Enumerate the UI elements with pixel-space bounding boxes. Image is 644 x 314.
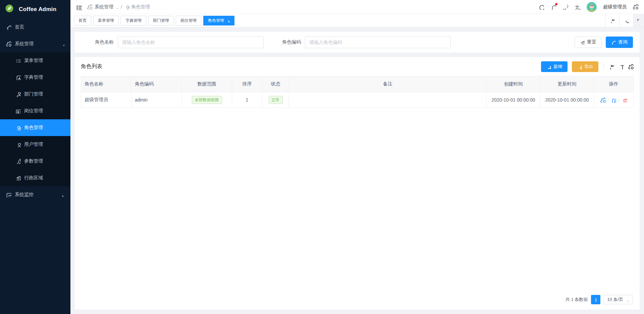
app-window: Coffee Admin 首页 系统管理 菜单管理 字典管理 部门管理 <box>0 0 644 314</box>
sidebar-item-user[interactable]: 用户管理 <box>0 136 70 153</box>
topbar-right: 超级管理员 <box>538 2 639 12</box>
top-bar: 系统管理 / 角色管理 超级管理员 <box>70 0 644 14</box>
list-icon <box>15 58 21 63</box>
sidebar-item-label: 岗位管理 <box>24 108 43 114</box>
trash-icon <box>580 40 585 45</box>
fullscreen-icon[interactable] <box>562 4 568 10</box>
app-logo: Coffee Admin <box>0 0 70 19</box>
export-button[interactable]: 导出 <box>572 61 598 72</box>
add-button[interactable]: 新增 <box>541 61 568 72</box>
sidebar-item-role[interactable]: 角色管理 <box>0 119 70 136</box>
row-permission-gear-icon[interactable] <box>600 98 605 103</box>
pagination-page-1[interactable]: 1 <box>591 295 600 304</box>
tab-label: 字典管理 <box>125 18 142 23</box>
column-settings-gear-icon[interactable] <box>628 64 634 69</box>
refresh-table-icon[interactable] <box>609 64 614 69</box>
role-code-input[interactable] <box>305 36 451 48</box>
search-button[interactable]: 查询 <box>606 37 633 48</box>
sidebar: Coffee Admin 首页 系统管理 菜单管理 字典管理 部门管理 <box>0 0 70 314</box>
add-label: 新增 <box>553 64 562 70</box>
tab-dict[interactable]: 字典管理 <box>121 16 146 25</box>
tab-label: 角色管理 <box>208 18 224 23</box>
tab-role-active[interactable]: 角色管理 <box>203 16 234 25</box>
language-translate-icon[interactable] <box>575 4 580 10</box>
sidebar-item-label: 部门管理 <box>24 91 43 97</box>
tab-options-chevron-icon[interactable] <box>619 14 633 27</box>
tab-menu[interactable]: 菜单管理 <box>93 16 119 25</box>
notification-bell-icon[interactable] <box>550 4 556 10</box>
search-label: 查询 <box>618 39 628 45</box>
col-remark: 备注 <box>289 76 487 92</box>
role-name-input[interactable] <box>118 36 264 48</box>
tab-dept[interactable]: 部门管理 <box>148 16 174 25</box>
cell-remark <box>289 92 487 108</box>
gear-icon <box>6 41 11 47</box>
sidebar-item-param[interactable]: 参数管理 <box>0 153 70 170</box>
role-list-card: 角色列表 新增 导出 <box>75 57 640 310</box>
chevron-up-icon <box>60 42 64 46</box>
dictionary-icon <box>15 75 21 80</box>
filter-card: 角色名称 角色编码 重置 查询 <box>75 32 640 53</box>
current-user-name[interactable]: 超级管理员 <box>603 4 627 10</box>
filter-role-code: 角色编码 <box>282 36 451 48</box>
tab-post[interactable]: 岗位管理 <box>176 16 201 25</box>
row-height-icon[interactable] <box>619 64 624 69</box>
sidebar-item-label: 角色管理 <box>24 125 43 131</box>
maximize-content-icon[interactable] <box>633 14 644 27</box>
tab-home[interactable]: 首页 <box>74 16 91 25</box>
breadcrumb-system[interactable]: 系统管理 <box>95 4 118 10</box>
row-edit-icon[interactable] <box>611 98 616 103</box>
search-icon[interactable] <box>538 4 544 10</box>
col-data-scope: 数据范围 <box>182 76 232 92</box>
breadcrumb-label: 系统管理 <box>95 4 113 10</box>
cell-data-scope: 全部数据权限 <box>182 92 232 108</box>
settings-gear-icon[interactable] <box>633 4 639 10</box>
col-role-name: 角色名称 <box>81 76 131 92</box>
page-size-select[interactable]: 10 条/页 <box>604 295 633 304</box>
chevron-down-icon <box>626 298 630 302</box>
sidebar-item-label: 参数管理 <box>24 158 43 164</box>
avatar[interactable] <box>587 2 597 12</box>
sidebar-item-system[interactable]: 系统管理 <box>0 36 70 52</box>
sidebar-item-label: 字典管理 <box>24 74 43 80</box>
user-icon <box>15 142 21 147</box>
sidebar-item-label: 系统监控 <box>15 192 34 198</box>
sidebar-item-label: 首页 <box>15 24 24 30</box>
cell-updated: 2020-10-01 00:00:00 <box>540 92 594 108</box>
col-created: 创建时间 <box>487 76 540 92</box>
page-size-value: 10 条/页 <box>607 297 623 303</box>
tab-controls <box>605 14 644 27</box>
notification-dot <box>555 3 557 5</box>
toolbar-divider <box>603 64 604 70</box>
breadcrumb: 系统管理 / 角色管理 <box>87 4 150 10</box>
sidebar-submenu-system: 菜单管理 字典管理 部门管理 岗位管理 角色管理 用户管理 <box>0 52 70 186</box>
row-delete-icon[interactable] <box>622 98 627 103</box>
col-role-code: 角色编码 <box>131 76 182 92</box>
role-people-icon <box>124 4 129 9</box>
tab-bar: 首页 菜单管理 字典管理 部门管理 岗位管理 角色管理 <box>70 14 644 27</box>
sidebar-item-monitor[interactable]: 系统监控 <box>0 186 70 203</box>
refresh-tab-icon[interactable] <box>605 14 619 27</box>
plus-icon <box>546 64 551 69</box>
collapse-sidebar-icon[interactable] <box>76 4 82 10</box>
cell-created: 2020-10-01 00:00:00 <box>487 92 540 108</box>
sidebar-item-menu[interactable]: 菜单管理 <box>0 52 70 69</box>
search-icon <box>611 40 616 45</box>
download-icon <box>577 64 582 69</box>
col-actions: 操作 <box>594 76 634 92</box>
main-area: 系统管理 / 角色管理 超级管理员 <box>70 0 644 314</box>
sidebar-item-post[interactable]: 岗位管理 <box>0 103 70 119</box>
sidebar-item-label: 行政区域 <box>24 175 43 181</box>
tab-close-icon[interactable] <box>226 19 230 22</box>
sidebar-item-dept[interactable]: 部门管理 <box>0 86 70 103</box>
page-title: 角色列表 <box>81 63 102 70</box>
wrench-icon <box>15 159 21 164</box>
app-title: Coffee Admin <box>19 6 56 13</box>
reset-button[interactable]: 重置 <box>575 37 602 48</box>
chevron-down-icon <box>60 193 64 197</box>
reset-label: 重置 <box>587 39 596 45</box>
sidebar-item-home[interactable]: 首页 <box>0 19 70 36</box>
sidebar-item-region[interactable]: 行政区域 <box>0 170 70 186</box>
cell-role-name: 超级管理员 <box>81 92 131 108</box>
sidebar-item-dict[interactable]: 字典管理 <box>0 69 70 86</box>
